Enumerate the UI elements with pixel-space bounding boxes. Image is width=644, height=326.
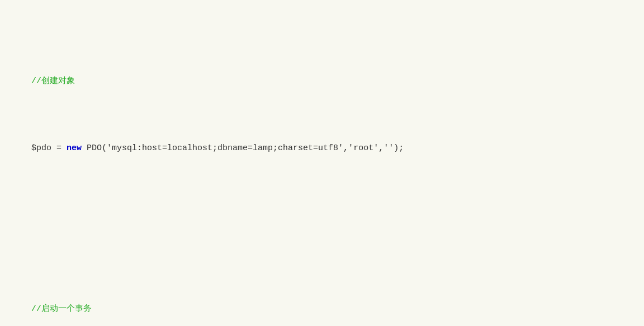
- code-text: $pdo =: [31, 143, 67, 153]
- line-empty-1: [0, 222, 644, 236]
- code-text: PDO('mysql:host=localhost;dbname=lamp;ch…: [82, 143, 404, 153]
- keyword-new: new: [67, 143, 82, 153]
- code-editor: //创建对象 $pdo = new PDO('mysql:host=localh…: [0, 6, 644, 326]
- comment-text: //启动一个事务: [31, 304, 92, 314]
- line-comment-create: //创建对象: [0, 61, 644, 102]
- line-pdo-new: $pdo = new PDO('mysql:host=localhost;dbn…: [0, 128, 644, 169]
- comment-text: //创建对象: [31, 76, 75, 86]
- line-comment-tx: //启动一个事务: [0, 289, 644, 326]
